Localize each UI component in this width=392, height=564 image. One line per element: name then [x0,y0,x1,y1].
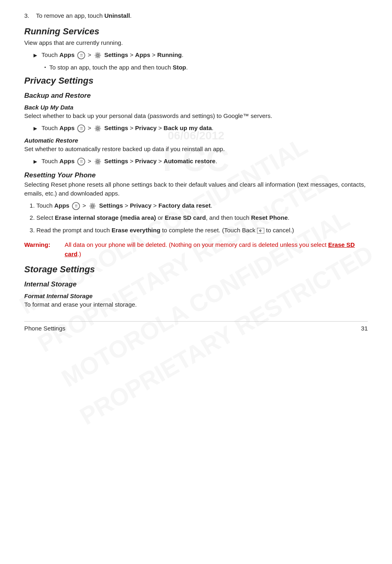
svg-text:⠿: ⠿ [80,53,82,58]
settings-gear-icon-2 [94,124,102,133]
step-3-bold: Uninstall [104,12,130,19]
settings-gear-icon [94,51,102,59]
resetting-phone-description: Selecting Reset phone resets all phone s… [24,180,368,198]
arrow-right-icon-2: ► [32,124,38,133]
storage-settings-section: Storage Settings Internal Storage Format… [24,264,368,309]
footer-left: Phone Settings [24,325,65,332]
resetting-steps-list: Touch Apps ⠿ > Settings > Privacy > Fact… [36,201,368,235]
back-up-instruction: Touch Apps ⠿ > Settings > Privacy > Back… [42,124,213,133]
format-internal-storage-title: Format Internal Storage [24,293,368,299]
arrow-right-icon: ► [32,51,38,60]
step-3-number: 3. [24,12,30,19]
settings-gear-icon-3 [94,158,102,166]
warning-label: Warning: [24,240,57,259]
running-services-arrow-item: ► Touch Apps ⠿ > Settings > Apps > Runni… [32,51,368,60]
arrow-right-icon-3: ► [32,157,38,166]
running-services-instruction: Touch Apps ⠿ > Settings > Apps > Running… [42,51,183,59]
step-3-text-before: To remove an app, touch [36,12,104,19]
apps-circle-icon-2: ⠿ [77,124,85,133]
back-up-my-data-description: Select whether to back up your personal … [24,112,368,120]
backup-restore-title: Backup and Restore [24,92,368,100]
reset-step-1: Touch Apps ⠿ > Settings > Privacy > Fact… [36,201,368,210]
reset-step-3: Read the prompt and touch Erase everythi… [36,226,368,235]
automatic-restore-arrow-item: ► Touch Apps ⠿ > Settings > Privacy > Au… [32,157,368,166]
warning-text: All data on your phone will be deleted. … [65,240,368,259]
page-content: 3. To remove an app, touch Uninstall. Ru… [24,12,368,332]
storage-settings-title: Storage Settings [24,264,368,275]
back-arrow-icon [257,228,264,234]
svg-text:⠿: ⠿ [80,126,82,131]
reset-step-2: Select Erase internal storage (media are… [36,213,368,223]
svg-text:⠿: ⠿ [74,204,77,208]
page-footer: Phone Settings 31 [24,321,368,332]
backup-restore-section: Backup and Restore Back Up My Data Selec… [24,92,368,166]
internal-storage-title: Internal Storage [24,280,368,288]
step-3-intro: 3. To remove an app, touch Uninstall. [24,12,368,19]
automatic-restore-title: Automatic Restore [24,137,368,144]
format-internal-storage-description: To format and erase your internal storag… [24,300,368,309]
automatic-restore-description: Set whether to automatically restore bac… [24,145,368,154]
running-services-section: Running Services View apps that are curr… [24,26,368,72]
back-up-my-data-title: Back Up My Data [24,104,368,111]
running-services-bullet: ▪ To stop an app, touch the app and then… [44,63,368,72]
apps-circle-icon-3: ⠿ [77,158,85,166]
running-services-title: Running Services [24,26,368,37]
settings-gear-icon-4 [89,202,97,210]
resetting-phone-section: Resetting Your Phone Selecting Reset pho… [24,171,368,259]
format-internal-storage-section: Format Internal Storage To format and er… [24,293,368,309]
privacy-settings-section: Privacy Settings Backup and Restore Back… [24,76,368,259]
resetting-phone-title: Resetting Your Phone [24,171,368,179]
internal-storage-section: Internal Storage Format Internal Storage… [24,280,368,309]
svg-text:⠿: ⠿ [80,160,82,164]
privacy-settings-title: Privacy Settings [24,76,368,86]
warning-block: Warning: All data on your phone will be … [24,240,368,259]
automatic-restore-instruction: Touch Apps ⠿ > Settings > Privacy > Auto… [42,157,217,166]
automatic-restore-section: Automatic Restore Set whether to automat… [24,137,368,166]
apps-circle-icon-4: ⠿ [72,202,80,210]
running-services-stop-text: To stop an app, touch the app and then t… [49,63,188,72]
back-up-my-data-section: Back Up My Data Select whether to back u… [24,104,368,133]
apps-circle-icon: ⠿ [77,51,85,59]
footer-right: 31 [361,325,368,332]
running-services-description: View apps that are currently running. [24,38,368,47]
bullet-icon: ▪ [44,64,46,71]
back-up-arrow-item: ► Touch Apps ⠿ > Settings > Privacy > Ba… [32,124,368,133]
